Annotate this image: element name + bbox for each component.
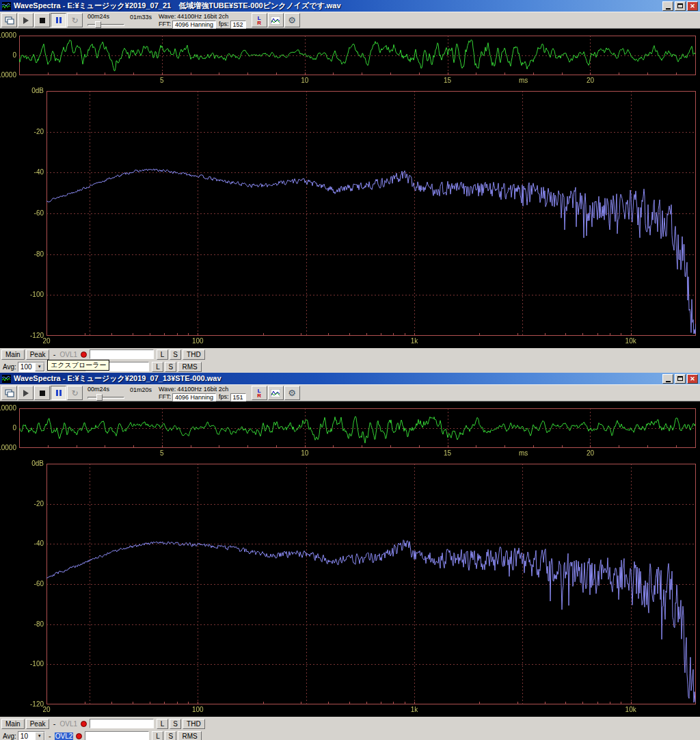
maximize-icon	[677, 3, 683, 8]
minimize-button[interactable]	[662, 1, 673, 11]
axis-label: -80	[34, 621, 44, 628]
main-button[interactable]: Main	[1, 349, 25, 360]
close-button[interactable]: ✕	[687, 1, 698, 11]
time-current: 00m24s	[88, 386, 127, 393]
ovl1-label[interactable]: OVL1	[59, 720, 78, 728]
axis-label: -100	[30, 291, 44, 298]
ovl1-field[interactable]	[90, 349, 154, 359]
seek-slider-thumb[interactable]	[96, 394, 103, 401]
stop-button[interactable]	[34, 13, 50, 27]
loop-button[interactable]: ↻	[67, 386, 83, 400]
channel-lr-icon: LR	[257, 388, 261, 398]
l-button[interactable]: L	[152, 362, 163, 372]
close-button[interactable]: ✕	[687, 374, 698, 384]
s-button[interactable]: S	[165, 731, 176, 740]
rms-button[interactable]: RMS	[178, 731, 201, 740]
waveform-panel: 100000-100005101520ms	[0, 401, 700, 460]
file-open-button[interactable]	[1, 13, 17, 27]
axis-label: 5	[160, 450, 164, 457]
channel-lr-button[interactable]: LR	[252, 386, 267, 400]
avg-label: Avg:	[3, 732, 16, 740]
axis-label: ms	[519, 77, 528, 84]
fft-size-select[interactable]: 4096 Hanning	[172, 393, 216, 401]
thd-button[interactable]: THD	[183, 349, 205, 360]
avg-combobox[interactable]: 100 ▼	[18, 362, 45, 372]
time-total: 01m33s	[130, 14, 152, 21]
ovl1-label[interactable]: OVL1	[59, 351, 78, 358]
maximize-button[interactable]	[675, 1, 686, 11]
s-button[interactable]: S	[170, 349, 181, 360]
peak-button[interactable]: Peak	[26, 349, 50, 360]
settings-button[interactable]: ⚙	[284, 386, 300, 400]
seek-slider[interactable]	[88, 21, 124, 28]
axis-label: -60	[34, 581, 44, 587]
fft-size-select[interactable]: 4096 Hanning	[172, 21, 216, 29]
axis-label: 10	[301, 450, 308, 457]
ovl1-field[interactable]	[90, 719, 154, 728]
l-button[interactable]: L	[152, 731, 163, 740]
l-button[interactable]: L	[157, 719, 168, 729]
axis-label: 10k	[625, 706, 636, 713]
chevron-down-icon[interactable]: ▼	[35, 362, 44, 371]
axis-label: 100	[192, 338, 204, 345]
seek-slider-thumb[interactable]	[95, 21, 101, 28]
axis-label: 15	[444, 77, 451, 84]
stop-icon	[40, 391, 45, 396]
axis-label: 20	[42, 338, 50, 345]
l-button[interactable]: L	[157, 349, 168, 360]
spectrum-panel: 0dB-20-40-60-80-100-120201001k10k	[0, 87, 700, 348]
rms-button[interactable]: RMS	[178, 362, 201, 372]
ovl2-field[interactable]	[85, 731, 149, 740]
axis-label: 15	[444, 450, 451, 457]
pause-button[interactable]	[51, 386, 66, 400]
loop-button[interactable]: ↻	[67, 13, 83, 27]
channel-lr-button[interactable]: LR	[252, 13, 267, 27]
pause-button[interactable]	[51, 13, 66, 27]
axis-label: 0	[12, 52, 16, 59]
wave-label: Wave:	[159, 386, 176, 393]
stop-button[interactable]	[34, 386, 50, 400]
pause-icon	[56, 17, 62, 23]
peak-button[interactable]: Peak	[26, 719, 50, 729]
wave-format-value: 44100Hz 16bit 2ch	[177, 386, 228, 393]
wave-format-value: 44100Hz 16bit 2ch	[177, 13, 228, 21]
play-button[interactable]	[18, 386, 33, 400]
axis-label: 0	[12, 425, 16, 432]
app-icon	[2, 375, 11, 383]
toolbar: ↻ 00m24s 01m33s Wave: 44100Hz 16bit 2ch …	[0, 12, 700, 29]
file-open-button[interactable]	[1, 386, 17, 400]
avg-value: 10	[18, 732, 35, 740]
spectrum-view-button[interactable]	[268, 13, 284, 27]
titlebar[interactable]: WaveSpectra - E:¥ミュージック¥2019_07_13¥STE-0…	[0, 373, 700, 384]
settings-button[interactable]: ⚙	[284, 13, 300, 27]
axis-label: 10k	[625, 338, 636, 345]
minimize-button[interactable]	[662, 374, 673, 384]
spectrum-icon	[271, 16, 280, 25]
spectrum-view-button[interactable]	[268, 386, 284, 400]
chevron-down-icon[interactable]: ▼	[35, 732, 44, 740]
waveform-panel: 100000-100005101520ms	[0, 29, 700, 87]
fft-label: FFT:	[159, 21, 171, 28]
window-title: WaveSpectra - E:¥ミュージック¥2019_07_21 低域増強T…	[14, 1, 661, 11]
record-indicator	[76, 733, 82, 739]
maximize-icon	[677, 376, 683, 381]
maximize-button[interactable]	[675, 374, 686, 384]
s-button[interactable]: S	[165, 362, 176, 372]
wavespectra-window-1: WaveSpectra - E:¥ミュージック¥2019_07_13¥STE-0…	[0, 373, 700, 740]
avg-combobox[interactable]: 10 ▼	[18, 731, 45, 740]
record-indicator	[81, 352, 87, 358]
time-block: 00m24s	[88, 386, 127, 401]
play-button[interactable]	[18, 13, 33, 27]
s-button[interactable]: S	[170, 719, 181, 729]
axis-label: 1k	[411, 706, 418, 713]
app-icon	[2, 2, 11, 10]
close-icon: ✕	[690, 375, 695, 382]
ovl2-label[interactable]: OVL2	[55, 732, 74, 740]
titlebar[interactable]: WaveSpectra - E:¥ミュージック¥2019_07_21 低域増強T…	[0, 0, 700, 12]
spectrum-panel: 0dB-20-40-60-80-100-120201001k10k	[0, 460, 700, 717]
main-button[interactable]: Main	[1, 719, 25, 729]
seek-slider[interactable]	[88, 394, 124, 401]
loop-icon: ↻	[71, 16, 78, 25]
waveform-canvas	[19, 408, 696, 448]
thd-button[interactable]: THD	[183, 719, 205, 729]
